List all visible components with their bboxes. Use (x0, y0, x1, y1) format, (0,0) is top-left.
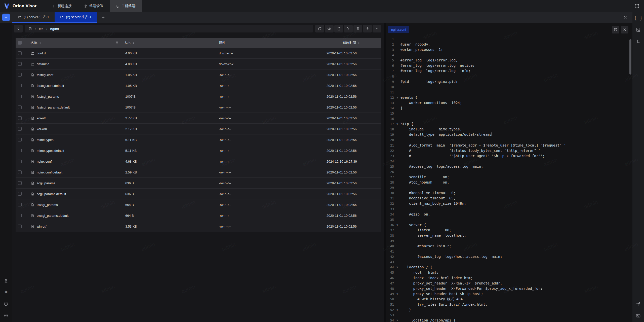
code-line-19[interactable]: 19 default_type application/octet-stream… (386, 132, 632, 137)
name-column-header[interactable]: 名称 (28, 41, 113, 45)
file-blank-button[interactable] (334, 25, 343, 32)
send-icon[interactable] (636, 301, 641, 306)
file-name[interactable]: fastcgi_params.default (37, 105, 70, 109)
file-row-nginx.conf.default[interactable]: nginx.conf.default2.59 KB-rw-r--r--2020-… (16, 167, 381, 178)
size-column-header[interactable]: 大小 (113, 41, 215, 45)
file-name[interactable]: fastcgi_params (37, 95, 59, 98)
code-line-1[interactable]: 1 (386, 37, 632, 42)
file-row-koi-utf[interactable]: koi-utf2.77 KB-rw-r--r--2020-11-01 10:02… (16, 113, 381, 124)
code-line-20[interactable]: 20 (386, 137, 632, 142)
code-line-23[interactable]: 23 # '"$http_user_agent" "$http_x_forwar… (386, 153, 632, 159)
sort-icon[interactable] (39, 42, 42, 44)
file-bookmark-icon[interactable] (636, 27, 641, 32)
code-line-7[interactable]: 7#error_log logs/error.log info; (386, 68, 632, 74)
back-button[interactable] (14, 25, 23, 32)
code-line-16[interactable]: 16 (386, 116, 632, 121)
root-list-icon[interactable] (28, 27, 32, 31)
code-line-8[interactable]: 8 (386, 74, 632, 79)
eye-button[interactable] (325, 25, 334, 32)
row-checkbox[interactable] (18, 225, 22, 228)
row-checkbox[interactable] (18, 170, 22, 174)
code-line-38[interactable]: 38 server_name localhost; (386, 233, 632, 238)
row-checkbox[interactable] (18, 192, 22, 196)
file-row-uwsgi_params[interactable]: uwsgi_params664 B-rw-r--r--2020-11-01 10… (16, 199, 381, 210)
row-checkbox[interactable] (18, 95, 22, 98)
fold-chevron-icon[interactable]: ∨ (394, 95, 400, 100)
session-tab-2[interactable]: (2) server-生产-1 (55, 12, 97, 23)
filter-funnel-icon[interactable] (115, 41, 119, 45)
code-line-46[interactable]: 46 index index.html index.htm; (386, 275, 632, 281)
row-checkbox[interactable] (18, 214, 22, 217)
code-line-17[interactable]: 17∨http { (386, 121, 632, 127)
select-all-checkbox[interactable] (18, 41, 22, 45)
braces-icon[interactable]: { } (634, 16, 642, 21)
row-checkbox[interactable] (18, 116, 22, 120)
panel-splitter[interactable] (384, 23, 386, 322)
file-name[interactable]: win-utf (37, 225, 46, 228)
session-tab-1[interactable]: (1) server-生产-1 (12, 12, 55, 23)
code-line-40[interactable]: 40 #charset koi8-r; (386, 243, 632, 249)
file-row-win-utf[interactable]: win-utf3.53 KB-rw-r--r--2020-11-01 10:02… (16, 221, 381, 232)
code-line-25[interactable]: 25 #access_log logs/access.log main; (386, 164, 632, 169)
sort-icon[interactable] (357, 42, 360, 44)
code-line-42[interactable]: 42 #access_log logs/host.access.log main… (386, 254, 632, 259)
add-tab-button[interactable] (101, 15, 105, 19)
palette-icon[interactable] (4, 301, 9, 306)
code-line-21[interactable]: 21 #log_format main '$remote_addr - $rem… (386, 143, 632, 148)
code-editor[interactable]: 12#user nobody;3worker_processes 1;45#er… (386, 37, 632, 322)
code-line-51[interactable]: 51 try_files $uri $uri/ /index.html; (386, 302, 632, 307)
file-name[interactable]: scgi_params (37, 181, 55, 185)
code-line-9[interactable]: 9#pid logs/nginx.pid; (386, 79, 632, 84)
menu-item-gear[interactable]: 终端设置 (78, 0, 110, 12)
file-row-uwsgi_params.default[interactable]: uwsgi_params.default664 B-rw-r--r--2020-… (16, 210, 381, 221)
file-name[interactable]: fastcgi.conf.default (37, 84, 64, 88)
breadcrumb[interactable]: / etc / nginx (25, 25, 313, 32)
row-checkbox[interactable] (18, 138, 22, 141)
editor-scrollbar-thumb[interactable] (629, 39, 631, 75)
save-file-button[interactable] (612, 26, 619, 33)
code-line-49[interactable]: 49∨ proxy_set_header Host $http_host; (386, 291, 632, 297)
file-row-fastcgi_params[interactable]: fastcgi_params1007 B-rw-r--r--2020-11-01… (16, 91, 381, 102)
code-line-2[interactable]: 2#user nobody; (386, 42, 632, 47)
sort-vertical-icon[interactable] (636, 39, 641, 44)
code-line-34[interactable]: 34 #gzip on; (386, 212, 632, 217)
download-button[interactable] (373, 25, 381, 32)
code-line-24[interactable]: 24 (386, 159, 632, 164)
camera-icon[interactable] (636, 313, 641, 318)
code-line-3[interactable]: 3worker_processes 1; (386, 47, 632, 52)
code-line-54[interactable]: 54∨ location /orion/api { (386, 318, 632, 322)
row-checkbox[interactable] (18, 62, 22, 66)
code-line-14[interactable]: 14} (386, 105, 632, 111)
code-line-11[interactable]: 11 (386, 90, 632, 95)
trash-button[interactable] (353, 25, 362, 32)
row-checkbox[interactable] (18, 73, 22, 77)
code-line-43[interactable]: 43 (386, 259, 632, 265)
code-line-6[interactable]: 6#error_log logs/error.log notice; (386, 63, 632, 68)
code-line-48[interactable]: 48 proxy_set_header X-Forwarded-For $pro… (386, 286, 632, 291)
code-line-31[interactable]: 31 keepalive_timeout 65; (386, 196, 632, 201)
file-row-scgi_params.default[interactable]: scgi_params.default636 B-rw-r--r--2020-1… (16, 189, 381, 199)
file-name[interactable]: fastcgi.conf (37, 73, 53, 77)
row-checkbox[interactable] (18, 51, 22, 55)
menu-item-plus[interactable]: 新建连接 (46, 0, 78, 12)
file-row-default.d[interactable]: default.d4.00 KBdrwxr-xr-x2020-11-01 10:… (16, 59, 381, 69)
code-line-18[interactable]: 18 include mime.types; (386, 127, 632, 132)
code-line-53[interactable]: 53 (386, 312, 632, 318)
row-checkbox[interactable] (18, 127, 22, 131)
row-checkbox[interactable] (18, 84, 22, 87)
breadcrumb-segment-etc[interactable]: etc (39, 27, 43, 31)
code-line-26[interactable]: 26 (386, 169, 632, 174)
code-line-33[interactable]: 33 (386, 206, 632, 212)
file-row-fastcgi.conf[interactable]: fastcgi.conf1.05 KB-rw-r--r--2020-11-01 … (16, 69, 381, 80)
code-line-45[interactable]: 45 root html; (386, 270, 632, 275)
code-line-32[interactable]: 32 client_max_body_size 1048m; (386, 201, 632, 206)
refresh-button[interactable] (315, 25, 324, 32)
code-line-41[interactable]: 41 (386, 249, 632, 254)
file-row-scgi_params[interactable]: scgi_params636 B-rw-r--r--2020-11-01 10:… (16, 178, 381, 189)
file-name[interactable]: uwsgi_params (37, 203, 58, 207)
file-name[interactable]: koi-utf (37, 116, 46, 120)
file-name[interactable]: nginx.conf.default (37, 170, 62, 174)
code-line-5[interactable]: 5#error_log logs/error.log; (386, 58, 632, 63)
fold-chevron-icon[interactable]: ∨ (394, 291, 400, 297)
file-row-fastcgi_params.default[interactable]: fastcgi_params.default1007 B-rw-r--r--20… (16, 102, 381, 113)
